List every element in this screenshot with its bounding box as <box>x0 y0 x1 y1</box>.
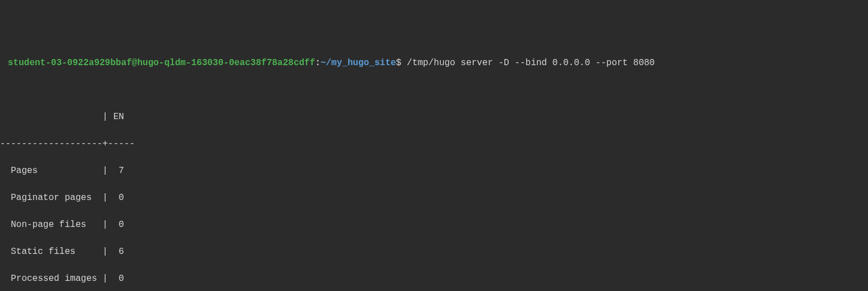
table-row: Pages | 7 <box>0 164 868 178</box>
prompt-user-host: student-03-0922a929bbaf@hugo-qldm-163030… <box>8 58 315 68</box>
terminal[interactable]: student-03-0922a929bbaf@hugo-qldm-163030… <box>0 56 868 291</box>
table-row: Processed images | 0 <box>0 272 868 285</box>
table-row: Paginator pages | 0 <box>0 191 868 204</box>
table-row: Non-page files | 0 <box>0 218 868 231</box>
command-input: /tmp/hugo server -D --bind 0.0.0.0 --por… <box>401 58 655 68</box>
table-header: | EN <box>0 110 868 124</box>
prompt-separator: : <box>315 58 321 68</box>
table-divider: -------------------+----- <box>0 137 868 151</box>
prompt-symbol: $ <box>396 58 401 68</box>
table-row: Static files | 6 <box>0 245 868 258</box>
prompt-line: student-03-0922a929bbaf@hugo-qldm-163030… <box>0 56 868 70</box>
blank-line <box>0 83 868 97</box>
prompt-cwd: ~/my_hugo_site <box>321 58 396 68</box>
